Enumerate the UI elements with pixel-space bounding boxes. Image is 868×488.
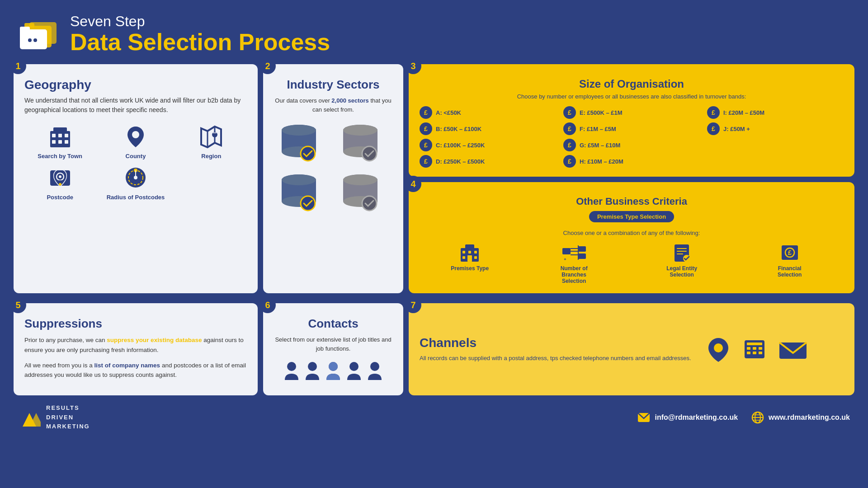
svg-rect-83 (747, 343, 762, 345)
step4-title: Other Business Criteria (420, 196, 844, 207)
step6-badge: 6 (259, 297, 276, 313)
geo-label-postcode: Postcode (47, 194, 73, 201)
header: Seven Step Data Selection Process (0, 0, 868, 64)
band-J-label: J: £50M + (723, 126, 750, 132)
svg-marker-16 (201, 127, 221, 147)
step5-title: Suppressions (24, 317, 247, 331)
database-icons (274, 121, 392, 216)
svg-text:+: + (564, 257, 566, 262)
step4-business-card: 4 Other Business Criteria Premises Type … (409, 182, 854, 293)
database-icon-1 (274, 121, 324, 166)
main-grid: 1 Geography We understand that not all c… (0, 64, 868, 303)
footer-logo-text: RESULTS DRIVEN MARKETING (46, 404, 90, 432)
step2-badge: 2 (259, 58, 276, 74)
svg-rect-3 (20, 29, 47, 49)
step2-description: Our data covers over 2,000 sectors that … (274, 96, 392, 114)
step4-badge: 4 (405, 176, 421, 192)
svg-point-39 (362, 146, 377, 161)
svg-point-80 (370, 362, 379, 371)
svg-rect-51 (465, 244, 474, 249)
step3-size-card: 3 Size of Organisation Choose by number … (409, 64, 854, 177)
band-G: £ G: £5M – £10M (563, 139, 700, 151)
footer-email-icon (637, 413, 650, 422)
step1-badge: 1 (10, 58, 26, 74)
svg-point-43 (282, 174, 316, 185)
svg-point-38 (343, 125, 377, 136)
footer-logo: RESULTS DRIVEN MARKETING (18, 404, 90, 432)
person-icon-2 (304, 360, 321, 383)
folder-icon (18, 19, 59, 50)
contact-person-icons (274, 360, 392, 383)
geography-icons-grid: Search by Town County Region (24, 123, 247, 201)
footer-email: info@rdmarketing.co.uk (637, 413, 738, 422)
biz-legal-label: Legal Entity Selection (659, 265, 704, 278)
footer-contact: info@rdmarketing.co.uk www.rdmarketing.c… (637, 411, 850, 424)
svg-rect-8 (53, 127, 67, 133)
geo-region: Region (176, 123, 247, 160)
svg-rect-13 (58, 140, 62, 144)
map-icon (198, 123, 225, 150)
step2-title: Industry Sectors (274, 78, 392, 92)
svg-rect-54 (474, 251, 477, 253)
radius-icon (122, 164, 149, 191)
step3-title: Size of Organisation (420, 78, 844, 90)
band-G-label: G: £5M – £10M (580, 142, 620, 149)
premises-badge: Premises Type Selection (589, 211, 674, 222)
svg-rect-14 (65, 140, 68, 144)
svg-point-48 (343, 174, 377, 185)
step7-badge: 7 (405, 297, 421, 313)
person-icon-3-highlighted (325, 360, 342, 383)
postcode-icon (47, 164, 74, 191)
geo-county: County (100, 123, 171, 160)
branches-icon: + (561, 242, 587, 263)
svg-rect-64 (571, 254, 578, 255)
financial-icon: £ (779, 242, 801, 263)
channel-location-icon (705, 336, 732, 363)
logo-line-3: MARKETING (46, 422, 90, 432)
step1-title: Geography (24, 78, 247, 92)
footer-email-text: info@rdmarketing.co.uk (655, 413, 738, 422)
band-E-label: E: £500K – £1M (580, 109, 623, 116)
band-D: £ D: £250K – £500K (420, 155, 556, 168)
bottom-grid: 5 Suppressions Prior to any purchase, we… (0, 303, 868, 399)
band-B: £ B: £50K – £100K (420, 122, 556, 135)
footer-website-text: www.rdmarketing.co.uk (769, 413, 850, 422)
step4-description: Choose one or a combination of any of th… (420, 230, 844, 236)
footer: RESULTS DRIVEN MARKETING info@rdmarketin… (0, 400, 868, 435)
step3-description: Choose by number or employees or all bus… (420, 93, 844, 100)
rdm-logo-icon (18, 408, 41, 427)
svg-point-44 (301, 196, 315, 211)
band-J: £ J: £50M + (707, 122, 844, 135)
svg-point-6 (33, 38, 37, 42)
svg-point-49 (362, 196, 377, 211)
svg-point-34 (301, 146, 315, 161)
band-A-label: A: <£50K (436, 109, 461, 116)
band-H-label: H: £10M – £20M (580, 158, 623, 165)
database-icon-4 (335, 171, 385, 216)
svg-rect-70 (677, 253, 683, 254)
channel-email-icon (777, 336, 809, 363)
step5-badge: 5 (10, 297, 26, 313)
svg-rect-60 (578, 246, 586, 252)
svg-rect-88 (753, 352, 756, 354)
band-F-label: F: £1M – £5M (580, 126, 616, 132)
step7-title: Channels (420, 336, 691, 350)
geo-label-county: County (126, 153, 146, 160)
svg-rect-4 (20, 27, 30, 32)
svg-point-76 (308, 362, 317, 371)
header-text: Seven Step Data Selection Process (70, 14, 330, 55)
svg-point-33 (282, 125, 316, 136)
geo-postcode: Postcode (24, 164, 95, 201)
geo-label-town: Search by Town (38, 153, 82, 160)
person-icon-4 (345, 360, 363, 383)
step5-para1: Prior to any purchase, we can suppress y… (24, 335, 247, 355)
biz-financial: £ Financial Selection (767, 242, 812, 278)
svg-rect-11 (65, 134, 68, 137)
logo-line-1: RESULTS (46, 404, 90, 413)
step6-description: Select from our extensive list of job ti… (274, 335, 392, 353)
step3-badge: 3 (405, 58, 421, 74)
channel-telephone-icon (741, 336, 768, 363)
footer-globe-icon (751, 411, 764, 424)
svg-rect-89 (759, 352, 762, 354)
suppress-link[interactable]: suppress your existing database (107, 337, 202, 343)
